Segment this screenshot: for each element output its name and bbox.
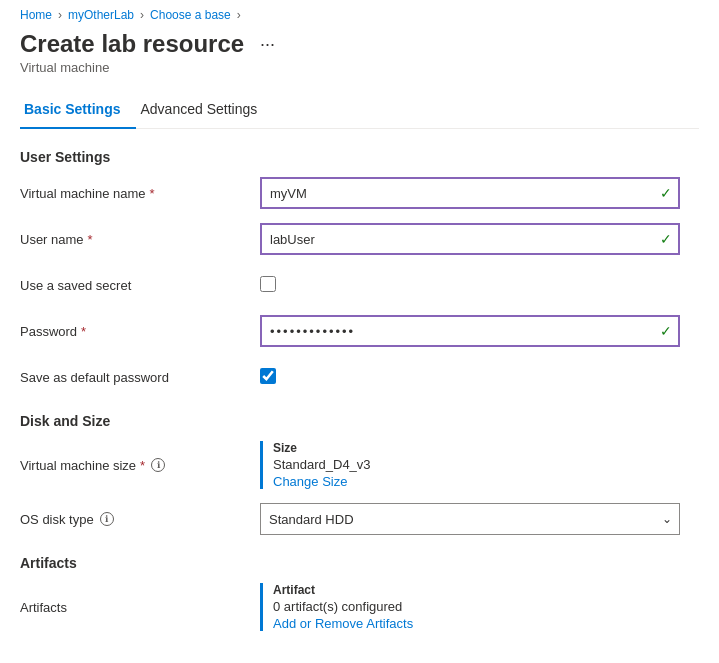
vm-size-required: * [140, 458, 145, 473]
artifacts-control: Artifact 0 artifact(s) configured Add or… [260, 583, 680, 631]
password-input-wrapper: ✓ [260, 315, 680, 347]
username-input[interactable] [260, 223, 680, 255]
artifacts-section-title: Artifacts [20, 555, 699, 571]
change-size-link[interactable]: Change Size [273, 474, 680, 489]
saved-secret-checkbox[interactable] [260, 276, 276, 292]
vm-name-required: * [150, 186, 155, 201]
username-checkmark: ✓ [660, 231, 672, 247]
page-subtitle: Virtual machine [20, 60, 699, 75]
os-disk-select-wrapper: Standard HDD Standard SSD Premium SSD ⌄ [260, 503, 680, 535]
vm-name-checkmark: ✓ [660, 185, 672, 201]
breadcrumb-sep-2: › [140, 8, 144, 22]
username-label: User name * [20, 232, 260, 247]
vm-size-label: Virtual machine size * ℹ [20, 458, 260, 473]
breadcrumb: Home › myOtherLab › Choose a base › [20, 8, 699, 22]
disk-size-title: Disk and Size [20, 413, 699, 429]
password-label: Password * [20, 324, 260, 339]
tab-advanced-settings[interactable]: Advanced Settings [136, 91, 273, 129]
page-container: Home › myOtherLab › Choose a base › Crea… [0, 0, 719, 663]
os-disk-row: OS disk type ℹ Standard HDD Standard SSD… [20, 503, 699, 535]
disk-size-section: Disk and Size Virtual machine size * ℹ S… [20, 413, 699, 535]
vm-name-row: Virtual machine name * ✓ [20, 177, 699, 209]
vm-name-input[interactable] [260, 177, 680, 209]
vm-size-row: Virtual machine size * ℹ Size Standard_D… [20, 441, 699, 489]
artifact-count: 0 artifact(s) configured [273, 599, 680, 614]
saved-secret-control [260, 276, 680, 295]
artifacts-row: Artifacts Artifact 0 artifact(s) configu… [20, 583, 699, 631]
vm-size-info-icon[interactable]: ℹ [151, 458, 165, 472]
page-title: Create lab resource [20, 30, 244, 58]
artifacts-label: Artifacts [20, 600, 260, 615]
save-default-password-label: Save as default password [20, 370, 260, 385]
username-input-wrapper: ✓ [260, 223, 680, 255]
artifact-block: Artifact 0 artifact(s) configured Add or… [260, 583, 680, 631]
vm-name-input-wrapper: ✓ [260, 177, 680, 209]
vm-name-label: Virtual machine name * [20, 186, 260, 201]
artifact-section-title: Artifact [273, 583, 680, 597]
breadcrumb-lab[interactable]: myOtherLab [68, 8, 134, 22]
tabs-container: Basic Settings Advanced Settings [20, 91, 699, 129]
tab-basic-settings[interactable]: Basic Settings [20, 91, 136, 129]
page-header: Create lab resource ··· [20, 30, 699, 58]
save-default-password-row: Save as default password [20, 361, 699, 393]
size-section-title: Size [273, 441, 680, 455]
more-options-button[interactable]: ··· [254, 32, 281, 57]
save-default-password-control [260, 368, 680, 387]
vm-name-control: ✓ [260, 177, 680, 209]
username-row: User name * ✓ [20, 223, 699, 255]
vm-size-control: Size Standard_D4_v3 Change Size [260, 441, 680, 489]
user-settings-section: User Settings Virtual machine name * ✓ U… [20, 149, 699, 393]
password-control: ✓ [260, 315, 680, 347]
password-row: Password * ✓ [20, 315, 699, 347]
save-default-password-checkbox[interactable] [260, 368, 276, 384]
os-disk-info-icon[interactable]: ℹ [100, 512, 114, 526]
breadcrumb-sep-1: › [58, 8, 62, 22]
breadcrumb-choose-base[interactable]: Choose a base [150, 8, 231, 22]
os-disk-select[interactable]: Standard HDD Standard SSD Premium SSD [260, 503, 680, 535]
username-control: ✓ [260, 223, 680, 255]
password-required: * [81, 324, 86, 339]
breadcrumb-home[interactable]: Home [20, 8, 52, 22]
saved-secret-row: Use a saved secret [20, 269, 699, 301]
password-input[interactable] [260, 315, 680, 347]
add-remove-artifacts-link[interactable]: Add or Remove Artifacts [273, 616, 680, 631]
size-value: Standard_D4_v3 [273, 457, 680, 472]
password-checkmark: ✓ [660, 323, 672, 339]
saved-secret-label: Use a saved secret [20, 278, 260, 293]
user-settings-title: User Settings [20, 149, 699, 165]
os-disk-control: Standard HDD Standard SSD Premium SSD ⌄ [260, 503, 680, 535]
os-disk-label: OS disk type ℹ [20, 512, 260, 527]
username-required: * [88, 232, 93, 247]
breadcrumb-sep-3: › [237, 8, 241, 22]
artifacts-section: Artifacts Artifacts Artifact 0 artifact(… [20, 555, 699, 631]
size-block: Size Standard_D4_v3 Change Size [260, 441, 680, 489]
